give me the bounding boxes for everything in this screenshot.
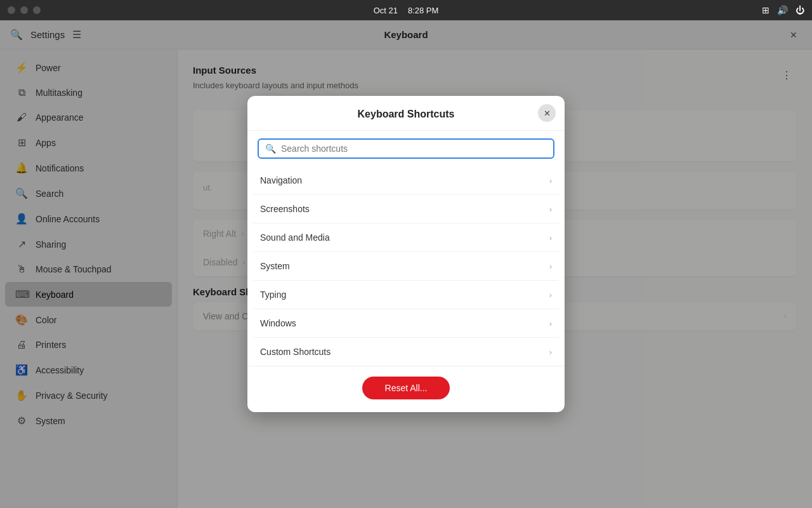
typing-label: Typing [260,290,549,300]
system-shortcuts-label: System [260,261,549,271]
list-item-custom-shortcuts[interactable]: Custom Shortcuts › [252,338,560,366]
system-chevron: › [549,262,552,271]
list-item-screenshots[interactable]: Screenshots › [252,195,560,224]
power-icon: ⏻ [796,5,804,15]
modal-close-icon: ✕ [544,109,551,118]
topbar: Oct 21 8:28 PM ⊞ 🔊 ⏻ [0,0,812,20]
topbar-right: ⊞ 🔊 ⏻ [762,5,804,15]
sound-media-label: Sound and Media [260,232,549,243]
navigation-chevron: › [549,176,552,185]
list-item-sound-media[interactable]: Sound and Media › [252,224,560,252]
search-wrapper: 🔍 [258,138,554,159]
topbar-datetime: Oct 21 8:28 PM [374,6,439,15]
topbar-time: 8:28 PM [408,6,438,15]
modal-header: Keyboard Shortcuts ✕ [247,96,565,131]
search-input[interactable] [281,144,547,154]
list-item-navigation[interactable]: Navigation › [252,166,560,195]
modal-title: Keyboard Shortcuts [358,109,455,120]
custom-shortcuts-chevron: › [549,347,552,357]
volume-icon: 🔊 [777,5,788,15]
network-icon: ⊞ [762,5,769,15]
topbar-left [8,6,41,14]
typing-chevron: › [549,290,552,300]
screenshots-label: Screenshots [260,204,549,214]
reset-all-button[interactable]: Reset All... [362,377,450,399]
windows-chevron: › [549,319,552,328]
list-item-windows[interactable]: Windows › [252,309,560,338]
modal-search-area: 🔍 [247,131,565,166]
topbar-dot-1 [8,6,15,14]
sound-media-chevron: › [549,233,552,243]
topbar-dot-2 [20,6,28,14]
modal-close-button[interactable]: ✕ [538,104,556,122]
list-item-system[interactable]: System › [252,252,560,281]
modal-shortcuts-list: Navigation › Screenshots › Sound and Med… [247,166,565,366]
windows-label: Windows [260,318,549,328]
topbar-dot-3 [33,6,41,14]
search-icon: 🔍 [265,144,276,154]
list-item-typing[interactable]: Typing › [252,281,560,309]
custom-shortcuts-label: Custom Shortcuts [260,347,549,357]
keyboard-shortcuts-modal: Keyboard Shortcuts ✕ 🔍 Navigation › Scre… [247,96,565,412]
navigation-label: Navigation [260,175,549,185]
modal-footer: Reset All... [247,366,565,412]
topbar-date: Oct 21 [374,6,398,15]
screenshots-chevron: › [549,204,552,214]
